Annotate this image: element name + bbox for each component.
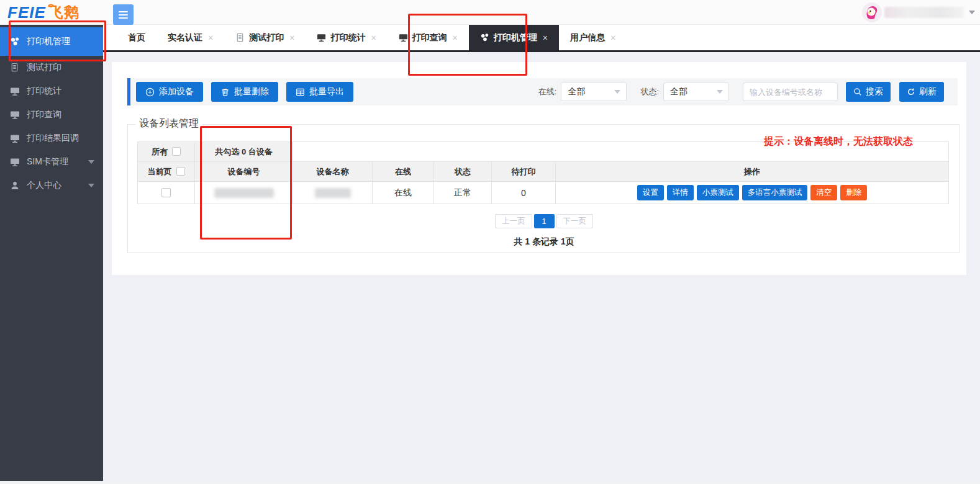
- sidebar-item-sim-manage[interactable]: SIM卡管理: [0, 150, 103, 174]
- row-select-cell: [138, 182, 195, 204]
- row-device-name: [293, 182, 373, 204]
- select-all-cell: 所有: [138, 142, 195, 162]
- col-status: 状态: [434, 162, 492, 182]
- sidebar-item-label: 打印统计: [27, 86, 61, 97]
- prev-page-button[interactable]: 上一页: [495, 214, 532, 228]
- tab-label: 首页: [128, 32, 145, 43]
- table-row: 在线 正常 0 设置 详情 小票测试 多语言小票测试 清空 删除: [138, 182, 949, 204]
- device-search-input[interactable]: [743, 83, 838, 101]
- clear-button[interactable]: 清空: [810, 185, 837, 200]
- sidebar-item-label: 个人中心: [27, 180, 61, 191]
- table-export-icon: [296, 87, 305, 97]
- row-checkbox[interactable]: [161, 188, 171, 197]
- col-actions: 操作: [556, 162, 949, 182]
- tab-print-stats[interactable]: 打印统计 ×: [306, 25, 387, 50]
- tab-home[interactable]: 首页: [117, 25, 157, 50]
- add-device-button[interactable]: 添加设备: [136, 82, 203, 102]
- tab-print-query[interactable]: 打印查询 ×: [388, 25, 469, 50]
- content-card: 添加设备 批量删除 批量导出 在线: 全部 状态:: [112, 62, 966, 275]
- monitor-icon: [10, 110, 20, 120]
- sidebar-item-label: SIM卡管理: [27, 156, 68, 168]
- add-device-label: 添加设备: [159, 86, 194, 97]
- close-icon[interactable]: ×: [543, 33, 548, 43]
- sidebar-item-personal-center[interactable]: 个人中心: [0, 174, 103, 197]
- close-icon[interactable]: ×: [208, 33, 213, 43]
- chevron-down-icon: [88, 160, 94, 164]
- refresh-button[interactable]: 刷新: [899, 82, 944, 102]
- multilang-receipt-test-button[interactable]: 多语言小票测试: [742, 185, 808, 200]
- sidebar-item-label: 测试打印: [27, 62, 61, 73]
- tab-label: 打印机管理: [494, 32, 537, 43]
- plus-circle-icon: [145, 87, 155, 97]
- user-caret-icon: [969, 11, 975, 14]
- online-filter-label: 在线:: [538, 86, 557, 97]
- section-title: 设备列表管理: [135, 117, 202, 130]
- sidebar-item-print-query[interactable]: 打印查询: [0, 103, 103, 127]
- device-name-redacted: [315, 188, 351, 198]
- monitor-icon: [10, 86, 20, 96]
- batch-export-label: 批量导出: [309, 86, 344, 97]
- next-page-button[interactable]: 下一页: [556, 214, 594, 228]
- tab-user-info[interactable]: 用户信息 ×: [559, 25, 627, 50]
- record-summary: 共 1 条记录 1页: [128, 236, 960, 248]
- sidebar-toggle-button[interactable]: [113, 4, 134, 25]
- tab-label: 打印查询: [412, 32, 447, 43]
- selected-count-text: 共勾选 0 台设备: [215, 147, 272, 156]
- col-online: 在线: [373, 162, 434, 182]
- settings-button[interactable]: 设置: [637, 185, 664, 200]
- close-icon[interactable]: ×: [289, 33, 294, 43]
- filter-bar: 在线: 全部 状态: 全部 搜索: [538, 82, 958, 102]
- current-page-button[interactable]: 1: [534, 214, 555, 228]
- close-icon[interactable]: ×: [371, 33, 376, 43]
- status-filter-select[interactable]: 全部: [663, 83, 729, 101]
- online-filter-select[interactable]: 全部: [561, 83, 627, 101]
- selected-count-cell: 共勾选 0 台设备: [195, 142, 293, 162]
- select-all-label: 所有: [152, 147, 168, 156]
- document-icon: [235, 33, 245, 42]
- sidebar-item-test-print[interactable]: 测试打印: [0, 56, 103, 79]
- tab-real-name-auth[interactable]: 实名认证 ×: [157, 25, 224, 50]
- top-header: FEIE 飞鹅: [0, 0, 980, 25]
- document-icon: [10, 63, 20, 73]
- status-filter-label: 状态:: [640, 86, 659, 97]
- sidebar-item-label: 打印查询: [27, 109, 61, 120]
- avatar[interactable]: [862, 2, 882, 22]
- device-table: 所有 共勾选 0 台设备 当前页 设备编号 设备名称 在线 状态 待打印: [137, 141, 949, 204]
- tab-label: 测试打印: [249, 32, 284, 43]
- batch-delete-button[interactable]: 批量删除: [211, 82, 278, 102]
- details-button[interactable]: 详情: [667, 185, 694, 200]
- printer-management-page: FEIE 飞鹅: [0, 0, 980, 484]
- search-label: 搜索: [866, 86, 883, 97]
- tab-label: 用户信息: [570, 32, 605, 43]
- row-pending-count: 0: [492, 182, 556, 204]
- tab-test-print[interactable]: 测试打印 ×: [224, 25, 306, 50]
- online-filter-value: 全部: [568, 86, 585, 97]
- brand-logo[interactable]: FEIE 飞鹅: [7, 3, 79, 22]
- batch-export-button[interactable]: 批量导出: [286, 82, 353, 102]
- sidebar-item-print-callback[interactable]: 打印结果回调: [0, 127, 103, 150]
- close-icon[interactable]: ×: [453, 33, 458, 43]
- monitor-icon: [10, 157, 20, 167]
- search-button[interactable]: 搜索: [846, 82, 891, 102]
- select-page-checkbox[interactable]: [176, 167, 185, 176]
- device-number-redacted: [214, 188, 274, 198]
- toolbar: 添加设备 批量删除 批量导出 在线: 全部 状态:: [127, 78, 958, 105]
- table-header-row: 当前页 设备编号 设备名称 在线 状态 待打印 操作: [138, 162, 949, 182]
- close-icon[interactable]: ×: [610, 33, 615, 43]
- row-status: 正常: [434, 182, 492, 204]
- tab-printer-manage[interactable]: 打印机管理 ×: [469, 25, 559, 50]
- sidebar-item-print-stats[interactable]: 打印统计: [0, 79, 103, 103]
- printer-manage-icon: [480, 33, 489, 42]
- tab-label: 打印统计: [330, 32, 365, 43]
- col-pending: 待打印: [492, 162, 556, 182]
- user-menu[interactable]: [862, 0, 975, 25]
- monitor-icon: [399, 33, 408, 42]
- receipt-test-button[interactable]: 小票测试: [697, 185, 739, 200]
- chevron-down-icon: [614, 90, 620, 94]
- sidebar-nav: 打印机管理 测试打印 打印统计 打印查询 打印结果回调: [0, 25, 103, 481]
- delete-button[interactable]: 删除: [840, 185, 867, 200]
- status-filter-value: 全部: [670, 86, 687, 97]
- offline-tip-text: 提示：设备离线时，无法获取状态: [764, 135, 913, 148]
- sidebar-item-printer-manage[interactable]: 打印机管理: [0, 27, 103, 56]
- select-all-checkbox[interactable]: [172, 147, 181, 156]
